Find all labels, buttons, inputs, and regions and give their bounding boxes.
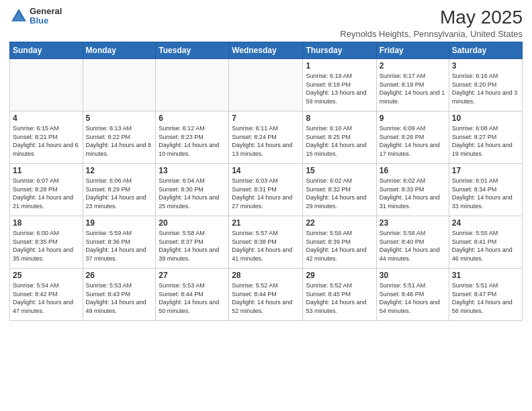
day-detail: Sunrise: 5:52 AM Sunset: 8:45 PM Dayligh… bbox=[306, 281, 373, 315]
day-detail: Sunrise: 6:19 AM Sunset: 8:18 PM Dayligh… bbox=[306, 72, 373, 105]
calendar-week-row: 25Sunrise: 5:54 AM Sunset: 8:42 PM Dayli… bbox=[10, 269, 523, 321]
day-number: 16 bbox=[380, 166, 446, 175]
day-number: 2 bbox=[380, 61, 446, 71]
day-number: 11 bbox=[13, 166, 80, 175]
day-detail: Sunrise: 6:08 AM Sunset: 8:27 PM Dayligh… bbox=[452, 124, 519, 158]
day-detail: Sunrise: 5:58 AM Sunset: 8:37 PM Dayligh… bbox=[159, 229, 226, 263]
day-number: 20 bbox=[159, 218, 226, 228]
title-block: May 2025 Reynolds Heights, Pennsylvania,… bbox=[340, 7, 523, 39]
day-number: 4 bbox=[13, 113, 80, 123]
day-detail: Sunrise: 6:17 AM Sunset: 8:19 PM Dayligh… bbox=[380, 72, 446, 105]
day-detail: Sunrise: 6:06 AM Sunset: 8:29 PM Dayligh… bbox=[86, 177, 153, 210]
day-detail: Sunrise: 5:56 AM Sunset: 8:39 PM Dayligh… bbox=[306, 229, 373, 263]
day-number: 18 bbox=[13, 218, 80, 228]
day-detail: Sunrise: 6:09 AM Sunset: 8:26 PM Dayligh… bbox=[380, 124, 446, 158]
day-detail: Sunrise: 5:53 AM Sunset: 8:43 PM Dayligh… bbox=[86, 281, 153, 315]
calendar-day-cell: 26Sunrise: 5:53 AM Sunset: 8:43 PM Dayli… bbox=[83, 269, 156, 321]
logo-general-text: General bbox=[30, 7, 62, 16]
day-number: 1 bbox=[306, 61, 373, 71]
calendar-day-cell bbox=[10, 59, 83, 111]
calendar-day-cell bbox=[229, 59, 303, 111]
day-number: 8 bbox=[306, 113, 373, 123]
day-number: 17 bbox=[452, 166, 519, 175]
calendar-day-cell bbox=[156, 59, 229, 111]
day-number: 13 bbox=[159, 166, 226, 175]
day-detail: Sunrise: 6:03 AM Sunset: 8:31 PM Dayligh… bbox=[232, 177, 300, 210]
calendar-day-cell: 29Sunrise: 5:52 AM Sunset: 8:45 PM Dayli… bbox=[303, 269, 376, 321]
calendar-week-row: 18Sunrise: 6:00 AM Sunset: 8:35 PM Dayli… bbox=[10, 216, 523, 269]
day-of-week-header: Tuesday bbox=[156, 42, 229, 59]
calendar-day-cell: 2Sunrise: 6:17 AM Sunset: 8:19 PM Daylig… bbox=[376, 59, 449, 111]
day-number: 5 bbox=[86, 113, 153, 123]
calendar-day-cell: 10Sunrise: 6:08 AM Sunset: 8:27 PM Dayli… bbox=[449, 111, 522, 164]
calendar-day-cell: 12Sunrise: 6:06 AM Sunset: 8:29 PM Dayli… bbox=[83, 164, 156, 216]
calendar-day-cell: 6Sunrise: 6:12 AM Sunset: 8:23 PM Daylig… bbox=[156, 111, 229, 164]
day-detail: Sunrise: 6:04 AM Sunset: 8:30 PM Dayligh… bbox=[159, 177, 226, 210]
calendar-day-cell: 14Sunrise: 6:03 AM Sunset: 8:31 PM Dayli… bbox=[229, 164, 303, 216]
calendar-day-cell: 31Sunrise: 5:51 AM Sunset: 8:47 PM Dayli… bbox=[449, 269, 522, 321]
subtitle: Reynolds Heights, Pennsylvania, United S… bbox=[340, 29, 523, 39]
day-of-week-header: Thursday bbox=[303, 42, 376, 59]
calendar-day-cell: 3Sunrise: 6:16 AM Sunset: 8:20 PM Daylig… bbox=[449, 59, 522, 111]
calendar-day-cell: 17Sunrise: 6:01 AM Sunset: 8:34 PM Dayli… bbox=[449, 164, 522, 216]
calendar-day-cell: 22Sunrise: 5:56 AM Sunset: 8:39 PM Dayli… bbox=[303, 216, 376, 269]
calendar-day-cell: 11Sunrise: 6:07 AM Sunset: 8:28 PM Dayli… bbox=[10, 164, 83, 216]
day-number: 31 bbox=[452, 271, 519, 280]
main-title: May 2025 bbox=[340, 7, 523, 28]
day-number: 10 bbox=[452, 113, 519, 123]
day-number: 3 bbox=[452, 61, 519, 71]
calendar-day-cell: 4Sunrise: 6:15 AM Sunset: 8:21 PM Daylig… bbox=[10, 111, 83, 164]
calendar-day-cell: 13Sunrise: 6:04 AM Sunset: 8:30 PM Dayli… bbox=[156, 164, 229, 216]
calendar-header-row: SundayMondayTuesdayWednesdayThursdayFrid… bbox=[10, 42, 523, 59]
day-detail: Sunrise: 6:11 AM Sunset: 8:24 PM Dayligh… bbox=[232, 124, 300, 158]
day-detail: Sunrise: 5:57 AM Sunset: 8:38 PM Dayligh… bbox=[232, 229, 300, 263]
day-detail: Sunrise: 6:10 AM Sunset: 8:25 PM Dayligh… bbox=[306, 124, 373, 158]
logo: General Blue bbox=[9, 7, 62, 26]
day-number: 25 bbox=[13, 271, 80, 280]
day-detail: Sunrise: 5:51 AM Sunset: 8:47 PM Dayligh… bbox=[452, 281, 519, 315]
day-detail: Sunrise: 6:15 AM Sunset: 8:21 PM Dayligh… bbox=[13, 124, 80, 158]
calendar-day-cell: 9Sunrise: 6:09 AM Sunset: 8:26 PM Daylig… bbox=[376, 111, 449, 164]
day-number: 7 bbox=[232, 113, 300, 123]
day-of-week-header: Wednesday bbox=[229, 42, 303, 59]
day-of-week-header: Friday bbox=[376, 42, 449, 59]
day-number: 29 bbox=[306, 271, 373, 280]
header: General Blue May 2025 Reynolds Heights, … bbox=[9, 7, 523, 39]
calendar-day-cell: 15Sunrise: 6:02 AM Sunset: 8:32 PM Dayli… bbox=[303, 164, 376, 216]
calendar-day-cell: 19Sunrise: 5:59 AM Sunset: 8:36 PM Dayli… bbox=[83, 216, 156, 269]
calendar-day-cell: 21Sunrise: 5:57 AM Sunset: 8:38 PM Dayli… bbox=[229, 216, 303, 269]
day-detail: Sunrise: 5:53 AM Sunset: 8:44 PM Dayligh… bbox=[159, 281, 226, 315]
day-number: 14 bbox=[232, 166, 300, 175]
calendar-day-cell: 25Sunrise: 5:54 AM Sunset: 8:42 PM Dayli… bbox=[10, 269, 83, 321]
day-detail: Sunrise: 6:16 AM Sunset: 8:20 PM Dayligh… bbox=[452, 72, 519, 105]
day-detail: Sunrise: 6:12 AM Sunset: 8:23 PM Dayligh… bbox=[159, 124, 226, 158]
day-detail: Sunrise: 5:52 AM Sunset: 8:44 PM Dayligh… bbox=[232, 281, 300, 315]
day-detail: Sunrise: 6:01 AM Sunset: 8:34 PM Dayligh… bbox=[452, 177, 519, 210]
calendar-day-cell: 20Sunrise: 5:58 AM Sunset: 8:37 PM Dayli… bbox=[156, 216, 229, 269]
day-number: 15 bbox=[306, 166, 373, 175]
day-number: 30 bbox=[380, 271, 446, 280]
day-number: 6 bbox=[159, 113, 226, 123]
logo-blue-text: Blue bbox=[30, 16, 62, 26]
day-number: 23 bbox=[380, 218, 446, 228]
day-of-week-header: Saturday bbox=[449, 42, 522, 59]
day-of-week-header: Sunday bbox=[10, 42, 83, 59]
calendar-day-cell: 1Sunrise: 6:19 AM Sunset: 8:18 PM Daylig… bbox=[303, 59, 376, 111]
day-detail: Sunrise: 6:13 AM Sunset: 8:22 PM Dayligh… bbox=[86, 124, 153, 158]
day-detail: Sunrise: 6:00 AM Sunset: 8:35 PM Dayligh… bbox=[13, 229, 80, 263]
calendar-day-cell: 27Sunrise: 5:53 AM Sunset: 8:44 PM Dayli… bbox=[156, 269, 229, 321]
calendar-table: SundayMondayTuesdayWednesdayThursdayFrid… bbox=[9, 42, 523, 321]
day-of-week-header: Monday bbox=[83, 42, 156, 59]
day-detail: Sunrise: 5:56 AM Sunset: 8:40 PM Dayligh… bbox=[380, 229, 446, 263]
calendar-day-cell: 23Sunrise: 5:56 AM Sunset: 8:40 PM Dayli… bbox=[376, 216, 449, 269]
day-number: 9 bbox=[380, 113, 446, 123]
calendar-day-cell: 5Sunrise: 6:13 AM Sunset: 8:22 PM Daylig… bbox=[83, 111, 156, 164]
calendar-day-cell: 18Sunrise: 6:00 AM Sunset: 8:35 PM Dayli… bbox=[10, 216, 83, 269]
day-number: 21 bbox=[232, 218, 300, 228]
day-detail: Sunrise: 5:59 AM Sunset: 8:36 PM Dayligh… bbox=[86, 229, 153, 263]
logo-icon bbox=[9, 7, 28, 26]
day-number: 12 bbox=[86, 166, 153, 175]
day-number: 22 bbox=[306, 218, 373, 228]
day-number: 28 bbox=[232, 271, 300, 280]
calendar-week-row: 4Sunrise: 6:15 AM Sunset: 8:21 PM Daylig… bbox=[10, 111, 523, 164]
